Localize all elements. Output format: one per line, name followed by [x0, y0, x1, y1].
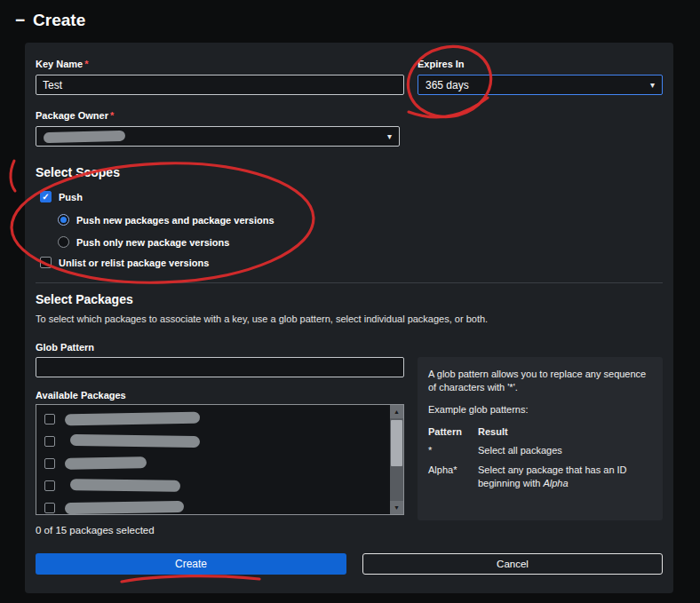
- page-title: Create: [33, 11, 85, 30]
- selection-status: 0 of 15 packages selected: [36, 525, 155, 536]
- annotation-circle-scopes-tail: [11, 161, 15, 191]
- redacted-package-name: [65, 456, 147, 470]
- scope-unlist-option[interactable]: Unlist or relist package versions: [40, 257, 209, 268]
- select-packages-heading: Select Packages: [36, 292, 133, 306]
- redacted-owner-name: [44, 130, 125, 142]
- package-rows: [36, 408, 390, 515]
- available-packages-list[interactable]: ▲ ▼: [36, 404, 404, 515]
- help-row-result: Select any package that has an ID beginn…: [478, 464, 652, 490]
- push-label: Push: [59, 192, 83, 202]
- page-header: − Create: [15, 11, 85, 30]
- chevron-down-icon: ▾: [650, 80, 655, 90]
- create-api-key-panel: Key Name* Expires In 365 days ▾ Package …: [25, 43, 673, 593]
- select-scopes-heading: Select Scopes: [36, 165, 120, 179]
- scope-push-option[interactable]: ✓ Push: [40, 191, 83, 202]
- package-row[interactable]: [36, 496, 390, 515]
- scroll-down-icon[interactable]: ▼: [390, 501, 403, 514]
- package-row[interactable]: [36, 452, 390, 474]
- push-only-versions-radio[interactable]: [58, 236, 69, 248]
- chevron-down-icon: ▾: [387, 131, 392, 141]
- select-packages-description: To select which packages to associate wi…: [36, 313, 657, 324]
- scrollbar-thumb[interactable]: [391, 420, 402, 466]
- push-only-versions-label: Push only new package versions: [76, 237, 229, 248]
- help-row-pattern: *: [428, 444, 473, 457]
- glob-help-examples-heading: Example glob patterns:: [428, 403, 652, 417]
- package-owner-label: Package Owner*: [36, 110, 114, 121]
- check-icon: ✓: [42, 193, 49, 202]
- redacted-package-name: [65, 412, 200, 426]
- collapse-icon[interactable]: −: [15, 11, 25, 30]
- section-divider: [36, 282, 663, 283]
- redacted-package-name: [70, 479, 180, 492]
- unlist-checkbox[interactable]: [40, 257, 52, 268]
- cancel-button[interactable]: Cancel: [362, 553, 663, 575]
- push-new-packages-radio[interactable]: [58, 214, 69, 226]
- package-row[interactable]: [36, 474, 390, 496]
- available-packages-label: Available Packages: [36, 390, 126, 401]
- expires-in-select[interactable]: 365 days ▾: [418, 75, 663, 95]
- key-name-label: Key Name*: [36, 59, 88, 69]
- redacted-package-name: [65, 501, 184, 514]
- help-row-pattern: Alpha*: [428, 464, 473, 490]
- package-checkbox[interactable]: [44, 503, 55, 513]
- help-row-result: Select all packages: [478, 444, 652, 457]
- package-checkbox[interactable]: [44, 458, 55, 469]
- glob-help-table: Pattern Result * Select all packages Alp…: [428, 425, 652, 490]
- unlist-label: Unlist or relist package versions: [59, 258, 209, 268]
- required-marker: *: [110, 110, 114, 121]
- package-checkbox[interactable]: [44, 414, 55, 424]
- push-checkbox[interactable]: ✓: [40, 191, 52, 202]
- help-col-result: Result: [478, 425, 652, 439]
- help-col-pattern: Pattern: [428, 425, 473, 439]
- glob-help-intro: A glob pattern allows you to replace any…: [428, 368, 652, 394]
- expires-in-label: Expires In: [418, 59, 465, 69]
- key-name-input[interactable]: [36, 75, 404, 95]
- glob-pattern-input[interactable]: [36, 357, 404, 377]
- package-checkbox[interactable]: [44, 480, 55, 491]
- scope-push-new-packages-option[interactable]: Push new packages and package versions: [58, 214, 274, 226]
- help-result-emphasis: Alpha: [543, 478, 568, 488]
- create-button[interactable]: Create: [36, 553, 346, 575]
- package-checkbox[interactable]: [44, 436, 55, 447]
- glob-pattern-label: Glob Pattern: [36, 342, 94, 353]
- package-row[interactable]: [36, 408, 390, 430]
- scope-push-only-versions-option[interactable]: Push only new package versions: [58, 236, 229, 248]
- scrollbar[interactable]: ▲ ▼: [390, 405, 403, 514]
- scroll-up-icon[interactable]: ▲: [390, 405, 403, 418]
- required-marker: *: [84, 59, 88, 69]
- package-owner-select[interactable]: ▾: [36, 126, 400, 147]
- expires-in-value: 365 days: [426, 79, 469, 91]
- redacted-package-name: [70, 434, 200, 448]
- glob-help-panel: A glob pattern allows you to replace any…: [418, 357, 663, 520]
- push-new-packages-label: Push new packages and package versions: [76, 215, 274, 226]
- package-row[interactable]: [36, 430, 390, 452]
